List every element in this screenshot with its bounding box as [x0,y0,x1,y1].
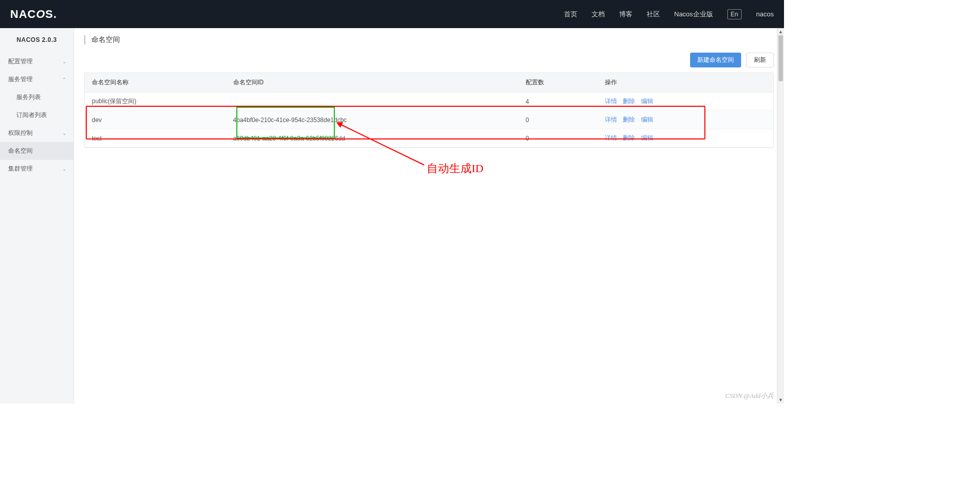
table-row: public(保留空间) 4 详情 删除 编辑 [85,92,773,111]
sidebar: NACOS 2.0.3 配置管理 ⌄ 服务管理 ⌄ 服务列表 订阅者列表 权限控… [0,28,74,404]
table-row: test a69db481-aa20-4f6f-8a3a-62b5f00226d… [85,129,773,148]
op-edit[interactable]: 编辑 [641,116,653,123]
sidebar-item-label: 服务管理 [8,75,33,84]
cell-op: 详情 删除 编辑 [598,92,773,111]
sidebar-item-label: 命名空间 [8,147,33,155]
col-header-name: 命名空间名称 [85,73,226,92]
sidebar-item-label: 集群管理 [8,164,33,173]
create-namespace-button[interactable]: 新建命名空间 [690,53,741,67]
op-edit[interactable]: 编辑 [641,98,653,105]
nav-link-docs[interactable]: 文档 [592,10,605,19]
cell-cfg: 0 [519,111,598,129]
sidebar-subitem-subscriber-list[interactable]: 订阅者列表 [0,106,74,124]
logo: NACOS. [10,8,57,21]
sidebar-version: NACOS 2.0.3 [0,28,74,53]
sidebar-item-cluster-mgmt[interactable]: 集群管理 ⌄ [0,160,74,178]
sidebar-item-config-mgmt[interactable]: 配置管理 ⌄ [0,53,74,70]
cell-name: test [85,129,226,148]
cell-op: 详情 删除 编辑 [598,129,773,148]
user-menu[interactable]: nacos [756,10,774,18]
cell-name: dev [85,111,226,129]
cell-cfg: 0 [519,129,598,148]
topbar: NACOS. 首页 文档 博客 社区 Nacos企业版 En nacos [0,0,784,28]
op-detail[interactable]: 详情 [605,116,617,123]
scroll-up-icon[interactable]: ▲ [777,28,784,35]
op-delete[interactable]: 删除 [623,116,635,123]
sidebar-item-permission[interactable]: 权限控制 ⌄ [0,124,74,142]
chevron-down-icon: ⌄ [62,59,66,64]
watermark: CSDN @Add小兵 [725,391,774,400]
refresh-button[interactable]: 刷新 [746,53,774,67]
nav-link-home[interactable]: 首页 [564,10,577,19]
col-header-op: 操作 [598,73,773,92]
op-delete[interactable]: 删除 [623,134,635,142]
sidebar-item-service-mgmt[interactable]: 服务管理 ⌄ [0,70,74,88]
nav-link-enterprise[interactable]: Nacos企业版 [674,10,713,19]
col-header-id: 命名空间ID [226,73,519,92]
sidebar-item-label: 配置管理 [8,57,33,66]
table-header-row: 命名空间名称 命名空间ID 配置数 操作 [85,73,773,92]
cell-name: public(保留空间) [85,92,226,111]
nav-link-community[interactable]: 社区 [647,10,660,19]
annotation-text: 自动生成ID [427,161,483,176]
logo-text: NACOS. [10,8,57,20]
op-edit[interactable]: 编辑 [641,134,653,142]
op-delete[interactable]: 删除 [623,98,635,105]
sidebar-item-label: 服务列表 [16,93,41,101]
action-bar: 新建命名空间 刷新 [74,53,784,73]
chevron-down-icon: ⌄ [62,130,66,136]
sidebar-item-label: 订阅者列表 [16,111,47,119]
cell-op: 详情 删除 编辑 [598,111,773,129]
namespace-table: 命名空间名称 命名空间ID 配置数 操作 public(保留空间) 4 [84,73,774,148]
cell-cfg: 4 [519,92,598,111]
sidebar-item-label: 权限控制 [8,129,33,137]
sidebar-subitem-service-list[interactable]: 服务列表 [0,88,74,106]
topbar-nav: 首页 文档 博客 社区 Nacos企业版 En nacos [564,9,774,19]
table-row: dev 4ba4bf0e-210c-41ce-954c-23538de1dcbc… [85,111,773,129]
chevron-down-icon: ⌄ [62,166,66,172]
page-title: 命名空间 [91,35,120,43]
op-detail[interactable]: 详情 [605,98,617,105]
cell-id: 4ba4bf0e-210c-41ce-954c-23538de1dcbc [226,111,519,129]
main-content: 命名空间 新建命名空间 刷新 命名空间名称 命名空间ID 配置数 [74,28,784,404]
chevron-up-icon: ⌄ [62,77,66,82]
scrollbar[interactable]: ▲ ▼ [777,28,784,404]
sidebar-item-namespace[interactable]: 命名空间 [0,142,74,160]
lang-toggle[interactable]: En [727,9,742,19]
page-title-wrap: 命名空间 [84,35,120,44]
content-header: 命名空间 [74,28,784,53]
cell-id [226,92,519,111]
op-detail[interactable]: 详情 [605,134,617,142]
col-header-cfg: 配置数 [519,73,598,92]
cell-id: a69db481-aa20-4f6f-8a3a-62b5f00226dd [226,129,519,148]
nav-link-blog[interactable]: 博客 [619,10,632,19]
scrollbar-thumb[interactable] [778,35,783,81]
scroll-down-icon[interactable]: ▼ [777,396,784,404]
